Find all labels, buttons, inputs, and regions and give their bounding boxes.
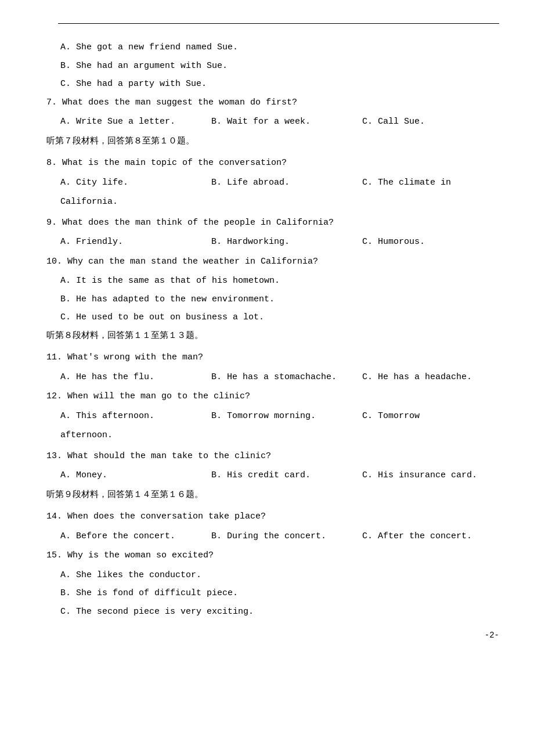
question-14: 14. When does the conversation take plac… xyxy=(46,509,499,524)
option-c-prev: C. She had a party with Sue. xyxy=(60,77,499,92)
question-10: 10. Why can the man stand the weather in… xyxy=(46,254,499,269)
question-8-options: A. City life. B. Life abroad. C. The cli… xyxy=(46,175,499,210)
q7-option-c: C. Call Sue. xyxy=(362,114,425,129)
q9-option-b: B. Hardworking. xyxy=(211,235,362,250)
option-b-prev: B. She had an argument with Sue. xyxy=(60,59,499,74)
section-header-11-13: 听第８段材料，回答第１１至第１３题。 xyxy=(46,329,499,344)
top-divider xyxy=(58,23,499,24)
q10-option-a: A. It is the same as that of his hometow… xyxy=(60,273,499,289)
question-11-options: A. He has the flu. B. He has a stomachac… xyxy=(60,370,499,385)
q8-option-b: B. Life abroad. xyxy=(211,175,362,190)
question-15: 15. Why is the woman so excited? xyxy=(46,548,499,563)
question-9: 9. What does the man think of the people… xyxy=(46,215,499,231)
q7-option-b: B. Wait for a week. xyxy=(211,114,362,129)
question-12-options: A. This afternoon. B. Tomorrow morning. … xyxy=(46,409,499,443)
q14-option-b: B. During the concert. xyxy=(211,529,362,544)
q8-wrap: California. xyxy=(60,195,499,210)
q10-option-c: C. He used to be out on business a lot. xyxy=(60,310,499,325)
q12-option-c: C. Tomorrow xyxy=(362,409,420,424)
question-7: 7. What does the man suggest the woman d… xyxy=(46,95,499,110)
section-header-8-10: 听第７段材料，回答第８至第１０题。 xyxy=(46,134,499,149)
q15-option-b: B. She is fond of difficult piece. xyxy=(60,586,499,601)
option-a-prev: A. She got a new friend named Sue. xyxy=(60,40,499,55)
content-area: A. She got a new friend named Sue. B. Sh… xyxy=(46,40,499,619)
question-13: 13. What should the man take to the clin… xyxy=(46,449,499,464)
page-number: -2- xyxy=(46,631,499,640)
question-11: 11. What's wrong with the man? xyxy=(46,350,499,365)
question-8: 8. What is the main topic of the convers… xyxy=(46,156,499,171)
q12-wrap: afternoon. xyxy=(60,428,499,443)
q14-option-c: C. After the concert. xyxy=(362,529,472,544)
question-9-options: A. Friendly. B. Hardworking. C. Humorous… xyxy=(60,235,499,250)
q13-option-a: A. Money. xyxy=(60,468,211,483)
question-13-options: A. Money. B. His credit card. C. His ins… xyxy=(60,468,499,483)
q14-option-a: A. Before the concert. xyxy=(60,529,211,544)
q8-option-a: A. City life. xyxy=(60,175,211,190)
question-12: 12. When will the man go to the clinic? xyxy=(46,389,499,404)
q7-option-a: A. Write Sue a letter. xyxy=(60,114,211,129)
q13-option-b: B. His credit card. xyxy=(211,468,362,483)
q10-option-b: B. He has adapted to the new environment… xyxy=(60,292,499,307)
q15-option-a: A. She likes the conductor. xyxy=(60,568,499,583)
q9-option-c: C. Humorous. xyxy=(362,235,425,250)
q13-option-c: C. His insurance card. xyxy=(362,468,477,483)
question-14-options: A. Before the concert. B. During the con… xyxy=(60,529,499,544)
question-7-options: A. Write Sue a letter. B. Wait for a wee… xyxy=(60,114,499,129)
q11-option-b: B. He has a stomachache. xyxy=(211,370,362,385)
q11-option-a: A. He has the flu. xyxy=(60,370,211,385)
q8-option-c: C. The climate in xyxy=(362,175,451,190)
q15-option-c: C. The second piece is very exciting. xyxy=(60,604,499,620)
q11-option-c: C. He has a headache. xyxy=(362,370,472,385)
q12-option-b: B. Tomorrow morning. xyxy=(211,409,362,424)
q12-option-a: A. This afternoon. xyxy=(60,409,211,424)
q9-option-a: A. Friendly. xyxy=(60,235,211,250)
section-header-14-16: 听第９段材料，回答第１４至第１６题。 xyxy=(46,488,499,503)
